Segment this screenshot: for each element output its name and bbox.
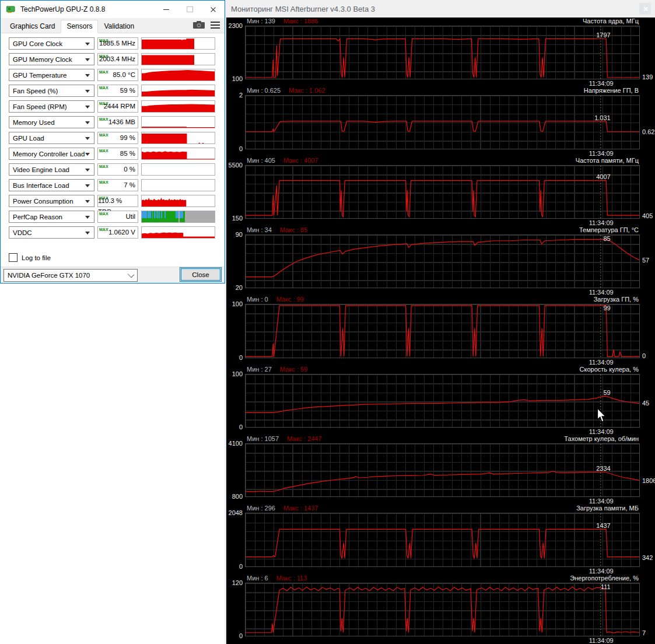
max-stat: Макс : 2447 <box>287 435 321 442</box>
afterburner-window-title: Мониторинг MSI Afterburner v4.3.0 Beta 3 <box>231 5 375 13</box>
axis-max-label: 2048 <box>226 509 243 516</box>
max-indicator: MAX <box>99 164 108 169</box>
max-indicator: MAX <box>99 228 108 232</box>
last-value-label: 405 <box>642 212 653 219</box>
graph-panel: Мин : 27Макс : 59Скорость кулера, %10005… <box>226 366 655 435</box>
sensor-select[interactable]: Power Consumption <box>9 195 94 207</box>
max-stat: Макс : 85 <box>280 226 307 233</box>
minimize-button[interactable] <box>155 1 178 18</box>
max-indicator: MAX <box>99 117 108 121</box>
sensor-value: 0 % <box>124 164 135 175</box>
sensor-history-graph <box>141 53 215 65</box>
sensor-label: Bus Interface Load <box>13 182 69 189</box>
current-value-label: 2334 <box>596 465 610 472</box>
gpuz-footer: NVIDIA GeForce GTX 1070 Close <box>1 267 225 283</box>
afterburner-titlebar: Мониторинг MSI Afterburner v4.3.0 Beta 3 <box>226 0 655 18</box>
dropdown-arrow-icon <box>85 169 90 172</box>
sensor-value: 85 % <box>120 148 135 159</box>
sensor-value-box: MAX2003.4 MHz <box>97 53 138 65</box>
graph-title: Напряжение ГП, В <box>584 87 639 94</box>
tab-sensors[interactable]: Sensors <box>61 20 98 33</box>
max-indicator: MAX <box>99 86 108 90</box>
last-value-label: 139 <box>642 74 653 80</box>
afterburner-close-button[interactable] <box>639 3 651 15</box>
menu-icon[interactable] <box>211 22 220 29</box>
axis-min-label: 0 <box>226 563 243 570</box>
sensor-select[interactable]: Fan Speed (%) <box>9 85 94 97</box>
axis-max-label: 120 <box>226 579 243 586</box>
sensor-label: Video Engine Load <box>13 166 69 173</box>
log-to-file-checkbox[interactable] <box>9 253 17 262</box>
graph-minmax: Мин : 0.625Макс : 1.062 <box>247 87 325 94</box>
last-value-label: 45 <box>642 400 649 407</box>
sensor-value: 1436 MB <box>108 117 135 128</box>
camera-icon[interactable] <box>193 21 205 29</box>
device-select-value: NVIDIA GeForce GTX 1070 <box>8 272 90 279</box>
dropdown-arrow-icon <box>85 58 90 61</box>
sensor-row: VDDCMAX1.0620 V <box>9 226 215 239</box>
sensor-select[interactable]: GPU Core Clock <box>9 37 94 50</box>
tab-validation[interactable]: Validation <box>98 20 140 33</box>
max-stat: Макс : 99 <box>276 296 304 303</box>
dropdown-arrow-icon <box>85 200 90 203</box>
graph-title: Загрузка памяти, МБ <box>576 505 639 512</box>
sensor-select[interactable]: Fan Speed (RPM) <box>9 100 94 113</box>
graph-minmax: Мин : 27Макс : 59 <box>247 366 307 373</box>
sensor-select[interactable]: VDDC <box>9 226 94 239</box>
timestamp-label: 11:34:09 <box>584 568 619 575</box>
sensor-label: Power Consumption <box>13 198 73 205</box>
graph-panel: Мин : 296Макс : 1437Загрузка памяти, МБ2… <box>226 505 655 574</box>
timestamp-label: 11:34:09 <box>584 150 619 157</box>
graph-minmax: Мин : 34Макс : 85 <box>247 226 307 234</box>
gpuz-window: TechPowerUp GPU-Z 0.8.8 Graphics CardSen… <box>0 0 225 284</box>
tab-graphics-card[interactable]: Graphics Card <box>4 20 61 33</box>
dropdown-arrow-icon <box>85 216 90 219</box>
max-stat: Макс : 4007 <box>283 157 318 164</box>
sensor-select[interactable]: Video Engine Load <box>9 163 94 176</box>
graph-title: Энергопотребление, % <box>570 575 639 582</box>
sensor-select[interactable]: PerfCap Reason <box>9 211 94 223</box>
dropdown-arrow-icon <box>85 232 90 235</box>
sensor-select[interactable]: GPU Temperature <box>9 69 94 81</box>
dropdown-arrow-icon <box>85 74 90 77</box>
sensor-label: GPU Load <box>13 135 44 142</box>
sensor-value: 85.0 °C <box>113 69 135 80</box>
gpuz-close-button[interactable]: Close <box>181 268 220 281</box>
sensor-history-graph <box>141 69 215 81</box>
last-value-label: 0 <box>642 352 646 359</box>
sensor-value-box: MAX59 % <box>97 85 138 97</box>
graph-minmax: Мин : 0Макс : 99 <box>247 296 304 303</box>
sensor-row: Fan Speed (RPM)MAX2444 RPM <box>9 100 215 113</box>
sensor-label: GPU Core Clock <box>13 40 62 47</box>
sensor-select[interactable]: Memory Controller Load <box>9 148 94 160</box>
min-stat: Мин : 27 <box>247 366 272 373</box>
graph-panel: Мин : 6Макс : 113Энергопотребление, %120… <box>226 575 655 644</box>
sensor-value: 1885.5 MHz <box>99 38 135 49</box>
sensor-label: VDDC <box>13 229 32 236</box>
perfcap-green-col <box>166 211 175 222</box>
min-stat: Мин : 6 <box>247 575 268 582</box>
graph-minmax: Мин : 296Макс : 1437 <box>247 505 318 512</box>
sensor-value-box: MAX0 % <box>97 163 138 176</box>
perfcap-green-col <box>162 211 164 222</box>
timestamp-label: 11:34:09 <box>584 359 619 366</box>
gpuz-tabstrip: Graphics CardSensorsValidation <box>1 18 225 33</box>
sensor-select[interactable]: Bus Interface Load <box>9 179 94 191</box>
min-stat: Мин : 1057 <box>247 435 279 442</box>
axis-max-label: 2300 <box>226 22 243 29</box>
log-to-file-row: Log to file <box>9 253 51 262</box>
graph-panel: Мин : 34Макс : 85Температура ГП, °C90208… <box>226 226 655 296</box>
max-indicator: MAX <box>99 149 108 153</box>
afterburner-window: Мониторинг MSI Afterburner v4.3.0 Beta 3… <box>225 0 655 644</box>
sensor-select[interactable]: GPU Load <box>9 132 94 144</box>
timestamp-label: 11:34:09 <box>584 289 619 296</box>
graph-plot-area <box>245 165 640 219</box>
last-value-label: 342 <box>642 554 653 561</box>
close-button[interactable] <box>201 1 225 18</box>
device-select[interactable]: NVIDIA GeForce GTX 1070 <box>3 269 138 282</box>
sensor-select[interactable]: GPU Memory Clock <box>9 53 94 65</box>
mouse-cursor <box>597 408 607 422</box>
maximize-button[interactable] <box>178 1 201 18</box>
sensor-select[interactable]: Memory Used <box>9 116 94 128</box>
sensor-value: 1.0620 V <box>108 227 135 238</box>
